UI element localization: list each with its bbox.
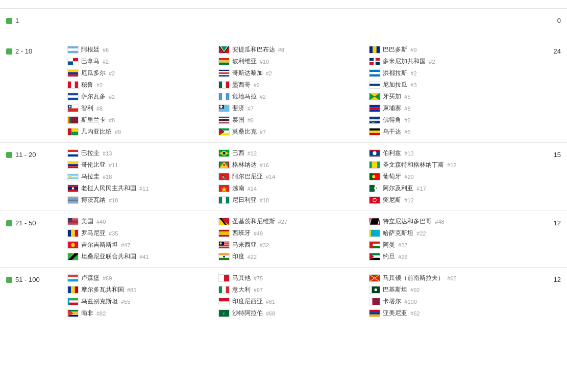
svg-rect-32 (219, 60, 229, 63)
count-cell: 12 (520, 217, 561, 227)
country-flag (369, 229, 380, 237)
svg-rect-118 (219, 197, 222, 204)
country-rank: #2 (410, 70, 416, 76)
country-name: 卢森堡 (81, 274, 100, 282)
country-flag (218, 229, 230, 237)
country-item: 圣基茨和尼维斯 #27 (218, 217, 369, 226)
country-item: 巴拿马 #2 (67, 57, 218, 66)
region-column: 特立尼达和多巴哥 #48哈萨克斯坦 #22阿曼 #37约旦 #26 (369, 217, 520, 261)
country-item: 斯里兰卡 #8 (67, 116, 218, 124)
svg-rect-3 (68, 58, 73, 62)
country-flag (369, 58, 380, 65)
country-rank: #16 (260, 162, 269, 168)
country-rank: #27 (278, 219, 287, 225)
country-name: 葡萄牙 (383, 172, 401, 181)
country-rank: #75 (254, 275, 263, 281)
region-column: 马其他 #75意大利 #97印度尼西亚 #61☪沙特阿拉伯 #68 (218, 274, 369, 318)
svg-rect-213 (219, 298, 229, 302)
country-name: 墨西哥 (232, 81, 251, 89)
country-name: 阿尔及利亚 (383, 184, 413, 193)
country-flag (369, 173, 380, 180)
country-name: 巴西 (232, 149, 244, 158)
country-item: 乌干达 #5 (369, 127, 520, 136)
country-flag (369, 93, 380, 100)
svg-rect-95 (68, 174, 78, 175)
country-name: 多米尼加共和国 (383, 57, 426, 66)
svg-rect-38 (219, 75, 229, 77)
country-name: 吉尔吉斯斯坦 (81, 241, 118, 249)
country-flag (218, 81, 230, 89)
country-rank: #10 (260, 59, 269, 65)
country-rank: #37 (398, 242, 407, 248)
country-flag (218, 149, 230, 157)
country-name: 越南 (232, 184, 244, 193)
country-rank: #20 (404, 174, 413, 180)
country-flag (369, 286, 380, 294)
svg-rect-24 (68, 128, 71, 136)
country-item: 卡塔尔 #100 (369, 297, 520, 306)
country-name: 智利 (81, 104, 93, 113)
country-flag (67, 58, 79, 65)
country-item: 马其他 #75 (218, 274, 369, 282)
svg-rect-171 (219, 247, 229, 248)
country-flag (369, 104, 380, 112)
svg-point-222 (374, 277, 376, 279)
svg-rect-195 (75, 286, 78, 294)
country-name: 印度 (232, 252, 244, 261)
country-rank: #18 (103, 174, 112, 180)
svg-rect-17 (68, 109, 78, 112)
svg-point-173 (219, 242, 222, 245)
country-item: 莫桑比克 #7 (218, 127, 369, 136)
rank-cell: 51 - 100 (6, 274, 67, 283)
svg-rect-0 (68, 46, 78, 49)
svg-rect-174 (219, 253, 229, 256)
country-rank: #8 (96, 106, 103, 112)
svg-rect-123 (369, 155, 380, 156)
country-rank: #7 (248, 106, 254, 112)
svg-rect-15 (68, 98, 78, 100)
svg-rect-5 (68, 62, 73, 65)
svg-point-131 (373, 175, 375, 178)
svg-rect-223 (369, 286, 372, 294)
svg-rect-14 (68, 95, 78, 98)
country-item: 南非 #82 (67, 309, 218, 318)
country-item: 几内亚比绍 #9 (67, 127, 218, 136)
count-cell: 12 (520, 274, 561, 283)
country-item: 哈萨克斯坦 #22 (369, 229, 520, 238)
country-flag (67, 196, 79, 204)
country-name: 哈萨克斯坦 (383, 229, 413, 238)
country-rank: #2 (109, 70, 115, 76)
country-rank: #13 (404, 150, 413, 156)
region-column: 巴拉圭 #13哥伦比亚 #11乌拉圭 #18老挝人民民主共和国 #11博茨瓦纳 … (67, 149, 218, 204)
svg-rect-164 (219, 235, 229, 237)
country-rank: #5 (404, 129, 410, 135)
svg-rect-98 (68, 178, 78, 179)
country-name: 斐济 (232, 104, 244, 113)
country-rank: #8 (109, 117, 115, 123)
country-item: 智利 #8 (67, 104, 218, 113)
svg-rect-120 (226, 197, 229, 204)
svg-rect-1 (68, 48, 78, 51)
country-flag (67, 298, 79, 305)
country-item: 马其顿（前南斯拉夫） #65 (369, 274, 520, 282)
svg-rect-150 (71, 230, 75, 237)
country-name: 尼加拉瓜 (383, 81, 407, 89)
country-rank: #2 (109, 94, 115, 100)
svg-rect-4 (73, 58, 78, 62)
country-rank: #18 (260, 197, 269, 203)
svg-rect-70 (369, 82, 380, 84)
country-flag (67, 69, 79, 77)
country-flag (67, 274, 79, 282)
svg-rect-23 (71, 117, 78, 124)
country-item: 葡萄牙 #20 (369, 172, 520, 181)
country-flag (67, 185, 79, 192)
country-flag (369, 128, 380, 136)
country-rank: #9 (410, 47, 416, 53)
svg-rect-151 (75, 230, 78, 237)
svg-rect-212 (226, 286, 229, 294)
country-flag (369, 241, 380, 249)
rank-label: 11 - 20 (15, 151, 36, 159)
country-flag (67, 81, 79, 89)
country-rank: #41 (139, 254, 149, 260)
country-flag (67, 128, 79, 136)
